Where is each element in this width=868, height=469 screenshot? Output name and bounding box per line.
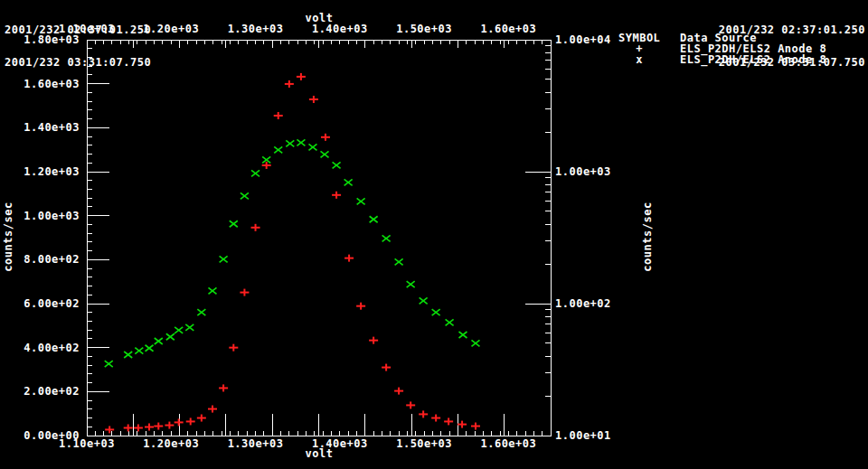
plot-window: 2001/232 02:37:01.250 2001/232 03:31:07.… bbox=[0, 0, 868, 469]
tick-label: 1.00e+02 bbox=[555, 297, 611, 310]
series-plus-markers bbox=[105, 73, 480, 434]
tick-label: 6.00e+02 bbox=[24, 297, 80, 310]
tick-label: 1.80e+03 bbox=[24, 33, 80, 46]
axis-tick-labels: 1.10e+031.10e+031.20e+031.20e+031.30e+03… bbox=[24, 23, 611, 450]
tick-label: 1.30e+03 bbox=[228, 23, 284, 35]
tick-label: 1.60e+03 bbox=[480, 23, 536, 35]
tick-label: 1.20e+03 bbox=[24, 165, 80, 178]
tick-label: 1.00e+03 bbox=[555, 165, 611, 178]
tick-label: 1.00e+03 bbox=[24, 210, 80, 222]
tick-label: 1.60e+03 bbox=[480, 437, 536, 450]
tick-label: 1.50e+03 bbox=[396, 437, 452, 450]
tick-label: 1.60e+03 bbox=[24, 78, 80, 90]
tick-label: 1.00e+04 bbox=[555, 33, 611, 46]
tick-label: 1.50e+03 bbox=[396, 23, 452, 35]
scatter-plot: 1.10e+031.10e+031.20e+031.20e+031.30e+03… bbox=[0, 0, 868, 469]
tick-label: 2.00e+02 bbox=[24, 385, 80, 398]
tick-label: 4.00e+02 bbox=[24, 342, 80, 354]
tick-label: 1.30e+03 bbox=[228, 437, 284, 450]
series-x-markers bbox=[105, 139, 480, 367]
tick-label: 1.40e+03 bbox=[24, 121, 80, 134]
axes bbox=[87, 40, 551, 436]
tick-label: 1.20e+03 bbox=[143, 437, 199, 450]
tick-label: 1.00e+01 bbox=[555, 429, 611, 442]
tick-label: 0.00e+00 bbox=[24, 429, 80, 442]
tick-label: 1.40e+03 bbox=[312, 23, 368, 35]
tick-label: 1.40e+03 bbox=[312, 437, 368, 450]
tick-label: 8.00e+02 bbox=[24, 253, 80, 266]
tick-label: 1.20e+03 bbox=[143, 23, 199, 35]
